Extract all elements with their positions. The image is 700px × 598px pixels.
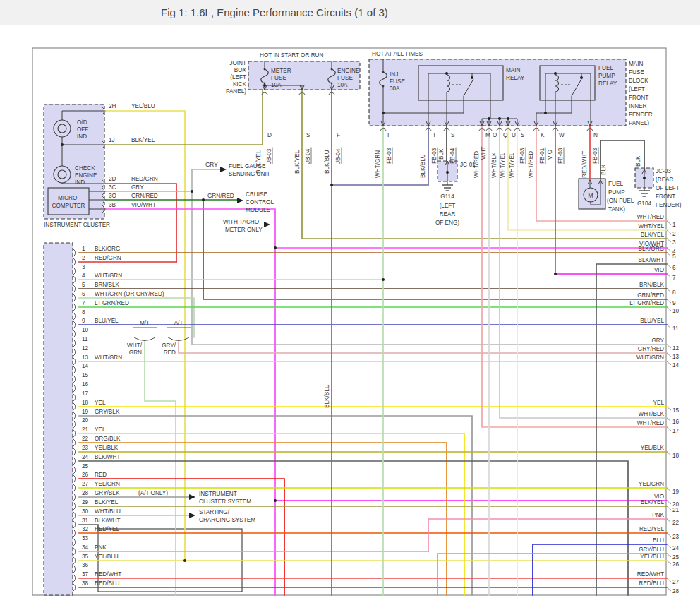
- fuel-pump-relay-box: [540, 66, 595, 100]
- left-pin: [73, 484, 76, 491]
- right-row-tick: [667, 554, 671, 557]
- right-row-number: 9: [672, 300, 676, 306]
- right-row-tick: [667, 427, 671, 431]
- label-grn-red: GRN/RED: [131, 193, 158, 199]
- right-row-number: 27: [672, 579, 680, 585]
- left-pin: [73, 503, 76, 510]
- label-of-left: OF LEFT: [656, 185, 680, 191]
- label-charging-system: CHARGING SYSTEM: [199, 517, 255, 523]
- junction-dot: [554, 273, 557, 275]
- right-row-tick: [667, 325, 671, 328]
- label-blk-yel: BLK/YEL: [255, 150, 262, 174]
- label-fender: FENDER: [629, 112, 653, 118]
- right-row-label: BLK/ORG: [639, 246, 664, 252]
- label-1j: 1J: [109, 137, 115, 143]
- right-row-number: 15: [672, 407, 680, 414]
- label-box: BOX: [234, 67, 247, 73]
- right-row-number: 11: [672, 325, 679, 332]
- left-pin: [73, 366, 76, 373]
- label-grn-red: GRN/RED: [207, 193, 234, 199]
- left-pin-number: 20: [82, 417, 89, 424]
- left-pin: [73, 458, 76, 465]
- left-pin: [73, 494, 76, 501]
- junction-dot: [61, 143, 64, 146]
- left-pin-number: 22: [82, 436, 89, 442]
- left-pin-label: YEL/GRN: [95, 481, 120, 487]
- label-vio: VIO: [547, 150, 553, 160]
- label-panel-: PANEL): [629, 120, 649, 126]
- junction-dot: [191, 190, 193, 193]
- junction-dot: [507, 117, 509, 120]
- left-pin-number: 35: [82, 554, 89, 560]
- label-s: S: [306, 132, 310, 138]
- right-row-label: RED/WHT: [637, 571, 664, 578]
- label-k: K: [541, 132, 545, 138]
- label--left: (LEFT: [629, 86, 645, 92]
- label-fb-04: FB-04: [449, 148, 456, 164]
- label-10a: 10A: [271, 82, 282, 88]
- label-wht-blk: WHT/BLK: [491, 152, 497, 178]
- right-row-tick: [667, 587, 671, 591]
- label-n: N: [593, 132, 598, 138]
- left-pin-label: WHT/GRN: [95, 354, 122, 361]
- label-o-d: O/D: [77, 119, 88, 126]
- label-instrument-cluster: INSTRUMENT CLUSTER: [44, 222, 110, 228]
- left-pin-number: 16: [82, 381, 89, 388]
- annotation-arrow-icon: [264, 222, 270, 227]
- right-row-number: 14: [672, 362, 680, 369]
- left-pin-number: 21: [82, 426, 89, 433]
- left-pin-label: WHT/GRN (OR GRY/RED): [95, 291, 164, 297]
- label-2d: 2D: [109, 176, 116, 182]
- right-row-label: GRY: [651, 337, 664, 344]
- left-pin-label: WHT/BLU: [95, 508, 121, 515]
- right-row-tick: [667, 561, 671, 564]
- left-pin-label: RED/BLU: [95, 580, 120, 587]
- label-3b: 3B: [109, 202, 116, 208]
- junction-dot: [382, 112, 385, 114]
- left-pin-number: 8: [82, 309, 85, 316]
- left-pin-number: 13: [82, 354, 89, 361]
- title-bar: Fig 1: 1.6L, Engine Performance Circuits…: [0, 0, 700, 25]
- label-fuel: FUEL: [608, 181, 623, 187]
- right-row-number: 23: [672, 534, 680, 540]
- junction-dot: [580, 76, 583, 79]
- left-pin-number: 38: [82, 580, 89, 587]
- right-row-number: 19: [672, 489, 680, 495]
- label-fuel: FUEL: [598, 65, 613, 71]
- label-pump: PUMP: [598, 73, 615, 79]
- left-pin: [73, 566, 76, 573]
- label-module: MODULE: [246, 207, 271, 213]
- left-pin-label: RED/YEL: [95, 526, 119, 532]
- label-blk: BLK: [635, 155, 641, 167]
- label-front: FRONT: [656, 193, 675, 200]
- label-fuse: FUSE: [629, 69, 644, 76]
- label-jc-03: JC-03: [656, 168, 671, 174]
- label-o: O: [493, 132, 497, 138]
- wiring-diagram: HOT IN START OR RUNJOINTBOX(LEFTKICKPANE…: [0, 0, 700, 598]
- right-row-tick: [667, 299, 671, 303]
- label-a-t: A/T: [174, 320, 183, 326]
- right-row-tick: [667, 452, 671, 455]
- label-with-tacho-: WITH TACHO-: [223, 219, 261, 225]
- annotation-arrow-icon: [189, 494, 195, 500]
- label-wht-yel: WHT/YEL: [500, 152, 506, 178]
- right-row-label: RED/BLU: [639, 580, 665, 587]
- label-sending-unit: SENDING UNIT: [229, 171, 270, 177]
- left-pin: [73, 376, 76, 383]
- right-row-label: GRY/RED: [638, 346, 664, 352]
- label-front: FRONT: [629, 95, 648, 101]
- left-pin-label: BLU/YEL: [95, 318, 119, 324]
- left-pin: [73, 294, 76, 301]
- label-fuse: FUSE: [271, 75, 286, 81]
- right-row-tick: [667, 345, 671, 348]
- left-pin-label: BLK/WHT: [95, 454, 120, 460]
- left-pin-number: 25: [82, 463, 89, 470]
- right-row-label: RED/YEL: [639, 526, 664, 532]
- left-pin-number: 26: [82, 472, 89, 478]
- junction-dot: [498, 117, 501, 120]
- left-pin: [73, 340, 76, 347]
- left-pin-number: 1: [82, 246, 85, 252]
- left-pin: [73, 394, 76, 401]
- left-pin-label: LT GRN/RED: [95, 300, 129, 306]
- right-row-label: WHT/RED: [637, 214, 664, 220]
